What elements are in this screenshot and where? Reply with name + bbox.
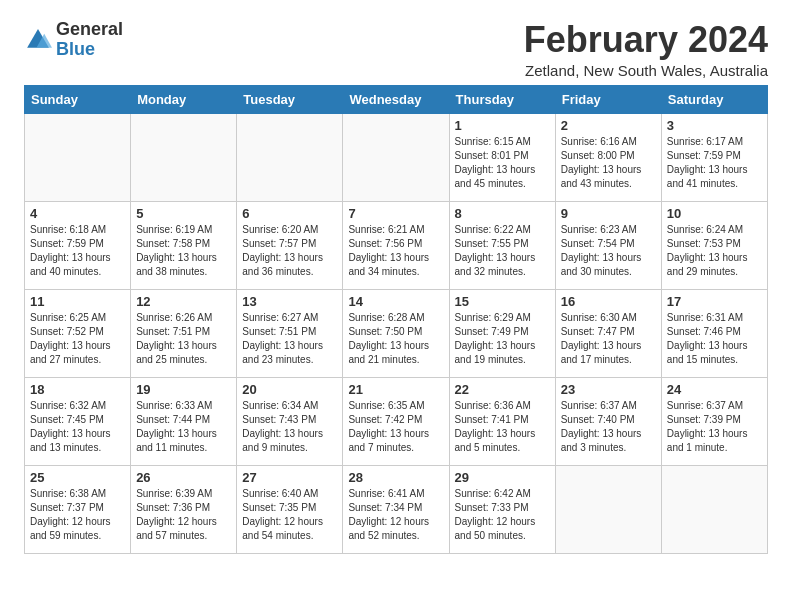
day-info: Sunrise: 6:27 AM Sunset: 7:51 PM Dayligh… [242,311,337,367]
day-number: 25 [30,470,125,485]
week-row-2: 4Sunrise: 6:18 AM Sunset: 7:59 PM Daylig… [25,201,768,289]
day-info: Sunrise: 6:33 AM Sunset: 7:44 PM Dayligh… [136,399,231,455]
empty-cell [25,113,131,201]
day-info: Sunrise: 6:22 AM Sunset: 7:55 PM Dayligh… [455,223,550,279]
day-number: 21 [348,382,443,397]
day-info: Sunrise: 6:30 AM Sunset: 7:47 PM Dayligh… [561,311,656,367]
day-number: 5 [136,206,231,221]
day-info: Sunrise: 6:23 AM Sunset: 7:54 PM Dayligh… [561,223,656,279]
day-number: 3 [667,118,762,133]
day-cell-20: 20Sunrise: 6:34 AM Sunset: 7:43 PM Dayli… [237,377,343,465]
day-number: 7 [348,206,443,221]
week-row-4: 18Sunrise: 6:32 AM Sunset: 7:45 PM Dayli… [25,377,768,465]
day-cell-24: 24Sunrise: 6:37 AM Sunset: 7:39 PM Dayli… [661,377,767,465]
day-cell-25: 25Sunrise: 6:38 AM Sunset: 7:37 PM Dayli… [25,465,131,553]
logo-text-general: General [56,20,123,40]
day-number: 20 [242,382,337,397]
day-info: Sunrise: 6:40 AM Sunset: 7:35 PM Dayligh… [242,487,337,543]
day-info: Sunrise: 6:42 AM Sunset: 7:33 PM Dayligh… [455,487,550,543]
weekday-header-saturday: Saturday [661,85,767,113]
day-cell-7: 7Sunrise: 6:21 AM Sunset: 7:56 PM Daylig… [343,201,449,289]
day-cell-4: 4Sunrise: 6:18 AM Sunset: 7:59 PM Daylig… [25,201,131,289]
day-number: 2 [561,118,656,133]
day-number: 17 [667,294,762,309]
day-info: Sunrise: 6:34 AM Sunset: 7:43 PM Dayligh… [242,399,337,455]
page-header: General Blue February 2024 Zetland, New … [24,20,768,79]
day-info: Sunrise: 6:25 AM Sunset: 7:52 PM Dayligh… [30,311,125,367]
day-number: 22 [455,382,550,397]
day-number: 14 [348,294,443,309]
empty-cell [131,113,237,201]
day-cell-28: 28Sunrise: 6:41 AM Sunset: 7:34 PM Dayli… [343,465,449,553]
day-cell-13: 13Sunrise: 6:27 AM Sunset: 7:51 PM Dayli… [237,289,343,377]
weekday-header-sunday: Sunday [25,85,131,113]
day-info: Sunrise: 6:35 AM Sunset: 7:42 PM Dayligh… [348,399,443,455]
day-cell-26: 26Sunrise: 6:39 AM Sunset: 7:36 PM Dayli… [131,465,237,553]
day-number: 16 [561,294,656,309]
day-number: 23 [561,382,656,397]
day-number: 1 [455,118,550,133]
weekday-header-row: SundayMondayTuesdayWednesdayThursdayFrid… [25,85,768,113]
day-info: Sunrise: 6:20 AM Sunset: 7:57 PM Dayligh… [242,223,337,279]
day-info: Sunrise: 6:21 AM Sunset: 7:56 PM Dayligh… [348,223,443,279]
day-cell-5: 5Sunrise: 6:19 AM Sunset: 7:58 PM Daylig… [131,201,237,289]
empty-cell [555,465,661,553]
day-info: Sunrise: 6:26 AM Sunset: 7:51 PM Dayligh… [136,311,231,367]
day-info: Sunrise: 6:29 AM Sunset: 7:49 PM Dayligh… [455,311,550,367]
location-title: Zetland, New South Wales, Australia [524,62,768,79]
day-cell-14: 14Sunrise: 6:28 AM Sunset: 7:50 PM Dayli… [343,289,449,377]
day-cell-3: 3Sunrise: 6:17 AM Sunset: 7:59 PM Daylig… [661,113,767,201]
weekday-header-monday: Monday [131,85,237,113]
day-info: Sunrise: 6:36 AM Sunset: 7:41 PM Dayligh… [455,399,550,455]
day-cell-9: 9Sunrise: 6:23 AM Sunset: 7:54 PM Daylig… [555,201,661,289]
day-cell-1: 1Sunrise: 6:15 AM Sunset: 8:01 PM Daylig… [449,113,555,201]
day-number: 4 [30,206,125,221]
day-cell-10: 10Sunrise: 6:24 AM Sunset: 7:53 PM Dayli… [661,201,767,289]
day-number: 26 [136,470,231,485]
day-cell-16: 16Sunrise: 6:30 AM Sunset: 7:47 PM Dayli… [555,289,661,377]
day-info: Sunrise: 6:37 AM Sunset: 7:39 PM Dayligh… [667,399,762,455]
day-cell-6: 6Sunrise: 6:20 AM Sunset: 7:57 PM Daylig… [237,201,343,289]
weekday-header-friday: Friday [555,85,661,113]
day-info: Sunrise: 6:15 AM Sunset: 8:01 PM Dayligh… [455,135,550,191]
day-info: Sunrise: 6:24 AM Sunset: 7:53 PM Dayligh… [667,223,762,279]
day-cell-22: 22Sunrise: 6:36 AM Sunset: 7:41 PM Dayli… [449,377,555,465]
day-info: Sunrise: 6:41 AM Sunset: 7:34 PM Dayligh… [348,487,443,543]
day-info: Sunrise: 6:18 AM Sunset: 7:59 PM Dayligh… [30,223,125,279]
weekday-header-tuesday: Tuesday [237,85,343,113]
day-info: Sunrise: 6:39 AM Sunset: 7:36 PM Dayligh… [136,487,231,543]
day-cell-17: 17Sunrise: 6:31 AM Sunset: 7:46 PM Dayli… [661,289,767,377]
day-number: 18 [30,382,125,397]
day-info: Sunrise: 6:38 AM Sunset: 7:37 PM Dayligh… [30,487,125,543]
day-number: 27 [242,470,337,485]
empty-cell [343,113,449,201]
day-cell-18: 18Sunrise: 6:32 AM Sunset: 7:45 PM Dayli… [25,377,131,465]
weekday-header-thursday: Thursday [449,85,555,113]
day-number: 12 [136,294,231,309]
weekday-header-wednesday: Wednesday [343,85,449,113]
day-cell-12: 12Sunrise: 6:26 AM Sunset: 7:51 PM Dayli… [131,289,237,377]
day-cell-27: 27Sunrise: 6:40 AM Sunset: 7:35 PM Dayli… [237,465,343,553]
day-number: 9 [561,206,656,221]
day-info: Sunrise: 6:19 AM Sunset: 7:58 PM Dayligh… [136,223,231,279]
month-title: February 2024 [524,20,768,60]
day-cell-23: 23Sunrise: 6:37 AM Sunset: 7:40 PM Dayli… [555,377,661,465]
day-cell-15: 15Sunrise: 6:29 AM Sunset: 7:49 PM Dayli… [449,289,555,377]
title-area: February 2024 Zetland, New South Wales, … [524,20,768,79]
day-info: Sunrise: 6:16 AM Sunset: 8:00 PM Dayligh… [561,135,656,191]
day-info: Sunrise: 6:32 AM Sunset: 7:45 PM Dayligh… [30,399,125,455]
week-row-5: 25Sunrise: 6:38 AM Sunset: 7:37 PM Dayli… [25,465,768,553]
logo-text-blue: Blue [56,40,123,60]
day-cell-29: 29Sunrise: 6:42 AM Sunset: 7:33 PM Dayli… [449,465,555,553]
day-number: 15 [455,294,550,309]
week-row-1: 1Sunrise: 6:15 AM Sunset: 8:01 PM Daylig… [25,113,768,201]
week-row-3: 11Sunrise: 6:25 AM Sunset: 7:52 PM Dayli… [25,289,768,377]
day-cell-19: 19Sunrise: 6:33 AM Sunset: 7:44 PM Dayli… [131,377,237,465]
logo: General Blue [24,20,123,60]
day-info: Sunrise: 6:17 AM Sunset: 7:59 PM Dayligh… [667,135,762,191]
day-number: 8 [455,206,550,221]
day-number: 13 [242,294,337,309]
day-info: Sunrise: 6:31 AM Sunset: 7:46 PM Dayligh… [667,311,762,367]
day-number: 28 [348,470,443,485]
empty-cell [237,113,343,201]
